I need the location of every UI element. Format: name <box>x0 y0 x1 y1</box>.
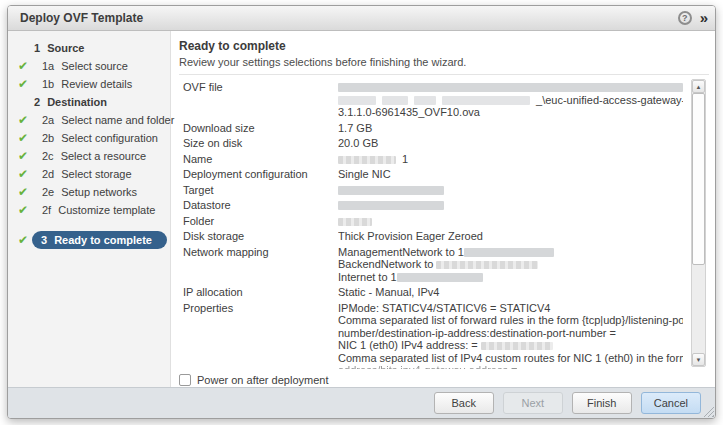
step-complete-icon: ✔ <box>18 165 28 183</box>
row-value-line: 3.1.1.0-6961435_OVF10.ova <box>338 106 683 119</box>
step-label: Select a resource <box>61 150 147 162</box>
row-value-text: BackendNetwork to <box>338 258 436 270</box>
row-value: ManagementNetwork to 1BackendNetwork to … <box>338 246 683 284</box>
step-complete-icon: ✔ <box>18 147 28 165</box>
summary-row: PropertiesIPMode: STATICV4/STATICV6 = ST… <box>183 302 683 370</box>
row-value-line: Static - Manual, IPv4 <box>338 286 683 299</box>
power-on-checkbox[interactable] <box>179 374 191 386</box>
redacted-bar <box>397 273 483 282</box>
collapse-icon[interactable]: » <box>700 11 707 25</box>
page-subheading: Review your settings selections before f… <box>179 56 709 68</box>
row-label: Network mapping <box>183 246 338 284</box>
row-value-text: NIC 1 (eth0) IPv4 address: = <box>338 339 481 351</box>
row-value-line: NIC 1 (eth0) IPv4 address: = <box>338 339 683 352</box>
row-value: Static - Manual, IPv4 <box>338 286 683 299</box>
step-number: 3 <box>41 234 47 246</box>
scroll-down-icon[interactable]: ▼ <box>692 353 705 366</box>
step-label: Setup networks <box>61 186 137 198</box>
step-number: 1a <box>42 60 54 72</box>
sidebar-step-2c[interactable]: ✔2cSelect a resource <box>8 147 170 165</box>
step-number: 2f <box>42 204 51 216</box>
row-label: Deployment configuration <box>183 168 338 181</box>
row-value-text: Thick Provision Eager Zeroed <box>338 230 483 242</box>
row-label: Disk storage <box>183 230 338 243</box>
step-number: 1 <box>34 42 40 54</box>
step-complete-icon: ✔ <box>18 231 28 249</box>
summary-row: Folder <box>183 215 683 228</box>
sidebar-step-2d[interactable]: ✔2dSelect storage <box>8 165 170 183</box>
row-value-text: number/destination-ip-address:destinatio… <box>338 327 616 339</box>
redacted-bar <box>414 96 436 105</box>
row-value-line <box>338 81 683 94</box>
row-value-text: 3.1.1.0-6961435_OVF10.ova <box>338 106 480 118</box>
step-label: Review details <box>61 78 132 90</box>
row-value <box>338 215 683 228</box>
row-label: IP allocation <box>183 286 338 299</box>
sidebar-step-1a[interactable]: ✔1aSelect source <box>8 57 170 75</box>
step-number: 2c <box>42 150 54 162</box>
sidebar-step-3[interactable]: ✔3Ready to complete <box>32 231 167 249</box>
row-value-line: address/bits ipv4-gateway-address = <box>338 364 683 369</box>
row-label: Name <box>183 153 338 166</box>
sidebar-step-2f[interactable]: ✔2fCustomize template <box>8 201 170 219</box>
sidebar-step-2[interactable]: 2Destination <box>8 93 170 111</box>
sidebar-step-2e[interactable]: ✔2eSetup networks <box>8 183 170 201</box>
row-value-line: Single NIC <box>338 168 683 181</box>
summary-row: Name1 <box>183 153 683 166</box>
row-label: OVF file <box>183 81 338 119</box>
sidebar-step-2b[interactable]: ✔2bSelect configuration <box>8 129 170 147</box>
wizard-steps-sidebar: 1Source✔1aSelect source✔1bReview details… <box>8 31 171 387</box>
step-label: Destination <box>47 96 107 108</box>
step-complete-icon: ✔ <box>18 57 28 75</box>
scroll-up-icon[interactable]: ▲ <box>692 80 705 93</box>
summary-row: Network mappingManagementNetwork to 1Bac… <box>183 246 683 284</box>
row-value <box>338 199 683 212</box>
step-number: 1b <box>42 78 54 90</box>
row-value-text: Comma separated list of forward rules in… <box>338 314 683 326</box>
scrollbar[interactable]: ▲ ▼ <box>691 79 706 367</box>
back-button[interactable]: Back <box>434 392 494 414</box>
summary-row: Disk storageThick Provision Eager Zeroed <box>183 230 683 243</box>
row-label: Datastore <box>183 199 338 212</box>
row-value: IPMode: STATICV4/STATICV6 = STATICV4Comm… <box>338 302 683 370</box>
row-value-line: 20.0 GB <box>338 137 683 150</box>
row-value-line: Internet to 1 <box>338 271 683 284</box>
row-value-text: 20.0 GB <box>338 137 378 149</box>
help-icon[interactable]: ? <box>678 11 692 25</box>
row-value: Thick Provision Eager Zeroed <box>338 230 683 243</box>
step-number: 2e <box>42 186 54 198</box>
cancel-button[interactable]: Cancel <box>641 392 701 414</box>
summary-row: OVF file_\euc-unified-access-gateway-3.1… <box>183 81 683 119</box>
redacted-bar <box>338 83 683 92</box>
row-value-text: Single NIC <box>338 168 391 180</box>
row-value-text: 1.7 GB <box>338 122 372 134</box>
redacted-bar <box>338 156 396 164</box>
sidebar-step-1b[interactable]: ✔1bReview details <box>8 75 170 93</box>
row-value-text: Static - Manual, IPv4 <box>338 286 440 298</box>
step-label: Select configuration <box>61 132 158 144</box>
row-label: Folder <box>183 215 338 228</box>
step-number: 2d <box>42 168 54 180</box>
redacted-bar <box>338 186 444 195</box>
row-value-line: _\euc-unified-access-gateway- <box>338 94 683 107</box>
summary-row: Target <box>183 184 683 197</box>
summary-row: Datastore <box>183 199 683 212</box>
step-complete-icon: ✔ <box>18 111 28 129</box>
step-label: Select storage <box>61 168 131 180</box>
step-label: Select source <box>61 60 128 72</box>
resize-grip-icon[interactable] <box>703 406 714 417</box>
row-label: Size on disk <box>183 137 338 150</box>
summary-row: IP allocationStatic - Manual, IPv4 <box>183 286 683 299</box>
step-number: 2b <box>42 132 54 144</box>
row-value-line: Comma separated list of forward rules in… <box>338 314 683 327</box>
row-value-line: ManagementNetwork to 1 <box>338 246 683 259</box>
finish-button[interactable]: Finish <box>572 392 632 414</box>
summary-row: Download size1.7 GB <box>183 122 683 135</box>
sidebar-step-2a[interactable]: ✔2aSelect name and folder <box>8 111 170 129</box>
dialog-title: Deploy OVF Template <box>20 11 678 25</box>
sidebar-step-1[interactable]: 1Source <box>8 39 170 57</box>
scroll-thumb[interactable] <box>692 93 705 265</box>
row-value: Single NIC <box>338 168 683 181</box>
row-value-line: BackendNetwork to <box>338 258 683 271</box>
row-value-text: 1 <box>402 153 408 165</box>
